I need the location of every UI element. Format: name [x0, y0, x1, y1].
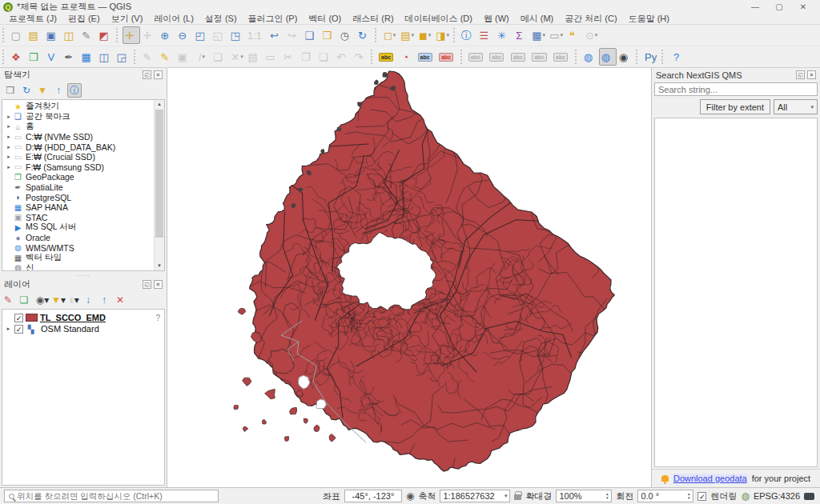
layer-notification-icon[interactable]: ? — [155, 314, 162, 322]
render-checkbox[interactable]: ✓ — [697, 492, 706, 501]
layer-labeling-options[interactable]: abc▾ — [377, 48, 399, 66]
pin-unpin-labels[interactable]: abc▾ — [467, 48, 488, 66]
toolbar-handle[interactable] — [661, 50, 665, 64]
menu-item[interactable]: 공간 처리 (C) — [559, 13, 622, 25]
browser-tree-item[interactable]: ▸ ⌂ 홈 — [5, 122, 152, 132]
add-group[interactable]: ❏▾ — [19, 293, 34, 307]
zoom-next[interactable]: ↪▾ — [285, 26, 303, 44]
select-features[interactable]: ◻▾ — [381, 26, 399, 44]
manage-map-themes[interactable]: ◉▾ — [35, 293, 50, 307]
filter-browser[interactable]: ▼ — [35, 83, 50, 98]
undo[interactable]: ↶▾ — [334, 48, 352, 66]
select-by-location[interactable]: ◨▾ — [434, 26, 452, 44]
menu-item[interactable]: 플러그인 (P) — [243, 13, 303, 25]
menu-item[interactable]: 웹 (W) — [478, 13, 515, 25]
new-spatial-bookmark[interactable]: ❑▾ — [303, 26, 320, 44]
redo[interactable]: ↷▾ — [352, 48, 369, 66]
qms-geo-search[interactable]: ◉▾ — [617, 48, 634, 66]
menu-item[interactable]: 도움말 (H) — [623, 13, 675, 25]
filter-legend[interactable]: ▼▾ — [51, 293, 66, 307]
save-project-as[interactable]: ◫▾ — [62, 26, 79, 44]
layer-row-vector[interactable]: ✓ TL_SCCO_EMD ? — [5, 312, 162, 323]
browser-tree-item[interactable]: ▸ ✒ SpatiaLite — [5, 182, 152, 193]
layer-diagram-options[interactable]: ◔▾ — [399, 48, 416, 66]
field-calculator[interactable]: ☰▾ — [477, 26, 495, 44]
copy-features[interactable]: ❐▾ — [299, 48, 316, 66]
map-tips[interactable]: ❝▾ — [565, 26, 583, 44]
minimize-button[interactable]: — — [743, 2, 767, 11]
browser-tree-item[interactable]: ▸ ★ 즐겨찾기 — [5, 102, 152, 112]
zoom-last[interactable]: ↩▾ — [267, 26, 285, 44]
project-properties[interactable]: ✎▾ — [79, 26, 97, 44]
close-panel-button[interactable]: ✕ — [807, 70, 816, 79]
extents-toggle-icon[interactable]: ◉ — [406, 491, 414, 501]
toolbar-handle[interactable] — [575, 50, 579, 64]
locator-input[interactable] — [17, 491, 218, 501]
browser-tree-item[interactable]: ▸ ▭ C:₩ (NVMe SSD) — [5, 132, 152, 142]
browser-tree-item[interactable]: ▸ ▣ STAC — [5, 213, 152, 223]
service-type-select[interactable]: All ▾ — [774, 99, 818, 114]
browser-tree-item[interactable]: ▸ ▦ 벡터 타일 — [5, 253, 152, 263]
collapse-all[interactable]: ↑ — [51, 83, 66, 98]
browser-tree-item[interactable]: ▸ ▭ F:₩ (Samsung SSD) — [5, 162, 152, 173]
coordinate-field[interactable]: -45°, -123° — [344, 490, 402, 502]
layer-name[interactable]: TL_SCCO_EMD — [40, 313, 106, 322]
open-layer-styling[interactable]: ✎▾ — [3, 293, 18, 307]
add-record[interactable]: ❏▾ — [211, 48, 228, 66]
new-virtual-layer[interactable]: ◫▾ — [97, 48, 115, 66]
zoom-out[interactable]: ⊖▾ — [175, 26, 193, 44]
add-qms-service[interactable]: ◍▾ — [581, 48, 599, 66]
pan-to-selection[interactable]: ✛▾ — [140, 26, 158, 44]
save-project[interactable]: ▣▾ — [44, 26, 62, 44]
toolbar-handle[interactable] — [375, 28, 379, 42]
close-panel-button[interactable]: ✕ — [154, 280, 163, 289]
expand-all[interactable]: ↓▾ — [83, 293, 98, 307]
scale-combobox[interactable]: 1:186527632▾ — [440, 490, 510, 502]
new-shapefile-layer[interactable]: V▾ — [44, 48, 62, 66]
qms-search-input[interactable] — [655, 85, 817, 94]
float-panel-button[interactable]: ◱ — [143, 70, 151, 79]
menu-item[interactable]: 데이터베이스 (D) — [400, 13, 478, 25]
menu-item[interactable]: 프로젝트 (J) — [3, 13, 62, 25]
toolbar-handle[interactable] — [636, 50, 640, 64]
layer-visibility-checkbox[interactable]: ✓ — [14, 314, 23, 322]
branch-expand-icon[interactable]: ▸ — [5, 134, 13, 140]
statistical-summary[interactable]: Σ▾ — [512, 26, 530, 44]
temporal-controller[interactable]: ◷▾ — [338, 26, 356, 44]
branch-expand-icon[interactable]: ▸ — [5, 144, 13, 150]
menu-item[interactable]: 벡터 (O) — [303, 13, 347, 25]
cut-features[interactable]: ✂▾ — [281, 48, 299, 66]
new-spatialite-layer[interactable]: ✒▾ — [62, 48, 79, 66]
geo-search[interactable]: ⊙▾ — [583, 26, 601, 44]
zoom-to-selection[interactable]: ◱▾ — [211, 26, 228, 44]
menu-item[interactable]: 메시 (M) — [515, 13, 560, 25]
refresh-map[interactable]: ↻▾ — [356, 26, 373, 44]
toolbar-handle[interactable] — [460, 50, 464, 64]
paste-features[interactable]: ❏▾ — [316, 48, 334, 66]
menu-item[interactable]: 레이어 (L) — [148, 13, 199, 25]
crs-value[interactable]: EPSG:4326 — [754, 491, 800, 501]
toolbar-handle[interactable] — [2, 28, 6, 42]
search-qms[interactable]: ◍▾ — [599, 48, 617, 66]
help-contents[interactable]: ? — [668, 48, 685, 66]
branch-expand-icon[interactable]: ▸ — [5, 326, 12, 332]
new-geopackage-layer[interactable]: ❒▾ — [26, 48, 44, 66]
browser-tree-item[interactable]: ▸ ◗ PostgreSQL — [5, 192, 152, 202]
browser-tree-item[interactable]: ▸ ▶ MS SQL 서버 — [5, 222, 152, 233]
new-project[interactable]: ▢▾ — [9, 26, 26, 44]
branch-expand-icon[interactable]: ▸ — [5, 164, 13, 170]
browser-scrollbar[interactable]: ▲ ▼ — [154, 100, 164, 270]
change-label-properties[interactable]: abc▾ — [552, 48, 573, 66]
layer-row-raster[interactable]: ▸ ✓ ▚ OSM Standard — [5, 323, 162, 334]
data-source-manager[interactable]: ❖▾ — [9, 48, 26, 66]
refresh-browser[interactable]: ↻ — [19, 83, 34, 98]
add-selected-layers[interactable]: ❒ — [3, 83, 18, 98]
new-mesh-layer[interactable]: ◲▾ — [115, 48, 132, 66]
toolbar-handle[interactable] — [134, 50, 138, 64]
qms-results-list[interactable] — [654, 118, 818, 467]
toolbar-handle[interactable] — [116, 28, 120, 42]
attribute-table[interactable]: ▦▾ — [530, 26, 548, 44]
identify-features[interactable]: ⓘ▾ — [460, 26, 477, 44]
filter-by-expression[interactable]: ε▾ — [67, 293, 82, 307]
scroll-up-icon[interactable]: ▲ — [155, 100, 164, 109]
